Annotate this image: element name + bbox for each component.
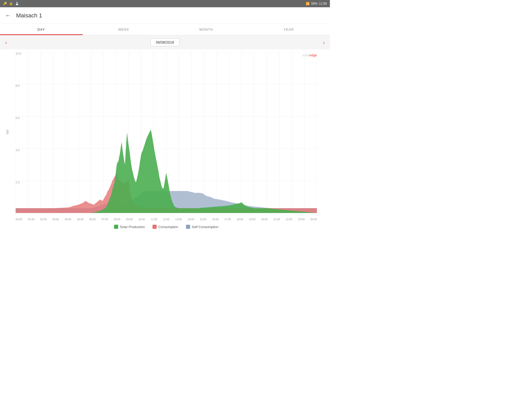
- chart-legend: Solar Production Consumption Self Consum…: [16, 225, 317, 229]
- legend-solar-production: Solar Production: [114, 225, 145, 229]
- tabs-bar: DAY WEEK MONTH YEAR: [0, 24, 330, 35]
- tab-month[interactable]: MONTH: [165, 24, 248, 35]
- date-nav: ‹ 06/08/2018 ›: [0, 35, 330, 49]
- wifi-icon: 📶: [306, 2, 310, 5]
- prev-date-button[interactable]: ‹: [0, 37, 12, 48]
- consumption-swatch: [152, 225, 157, 229]
- y-tick-8: 8.0: [16, 84, 19, 87]
- y-tick-4: 4.0: [16, 149, 19, 152]
- tab-year[interactable]: YEAR: [248, 24, 330, 35]
- y-tick-6: 6.0: [16, 116, 19, 119]
- legend-consumption: Consumption: [152, 225, 178, 229]
- solar-production-label: Solar Production: [120, 225, 145, 229]
- solar-production-swatch: [114, 225, 118, 229]
- y-tick-10: 10.0: [16, 52, 21, 55]
- x-axis-labels: 00:00 01:00 02:00 03:00 04:00 05:00 06:0…: [16, 218, 317, 221]
- page-title: Maisach 1: [16, 12, 42, 19]
- consumption-label: Consumption: [158, 225, 178, 229]
- status-bar: 🔑 🔒 💾 📶 59% 11:56: [0, 0, 330, 7]
- date-display[interactable]: 06/08/2018: [150, 38, 179, 46]
- sd-icon: 💾: [15, 2, 19, 5]
- tab-day[interactable]: DAY: [0, 24, 83, 35]
- tab-week[interactable]: WEEK: [83, 24, 165, 35]
- key-icon: 🔑: [3, 2, 7, 5]
- chart-container: solaredge kW: [0, 49, 330, 247]
- header: ← Maisach 1: [0, 7, 330, 24]
- y-axis-label: kW: [6, 130, 9, 134]
- next-date-button[interactable]: ›: [318, 37, 330, 48]
- y-tick-0: 0.0: [16, 208, 19, 211]
- clock: 11:56: [319, 2, 327, 5]
- lock-icon: 🔒: [9, 2, 13, 5]
- status-bar-right: 📶 59% 11:56: [306, 2, 327, 5]
- legend-self-consumption: Self Consumption: [186, 225, 218, 229]
- chart-area: solaredge kW: [16, 52, 317, 213]
- self-consumption-label: Self Consumption: [192, 225, 218, 229]
- chart-svg: [16, 52, 317, 213]
- status-bar-left: 🔑 🔒 💾: [3, 2, 19, 5]
- self-consumption-swatch: [186, 225, 190, 229]
- battery-level: 59%: [311, 2, 317, 5]
- y-tick-2: 2.0: [16, 181, 19, 184]
- back-button[interactable]: ←: [5, 12, 11, 19]
